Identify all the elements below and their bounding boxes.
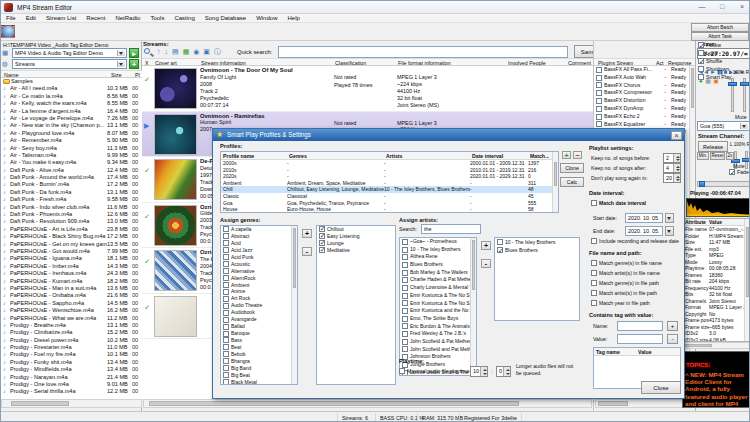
abort-batch-button[interactable]: Abort Batch [691,23,749,32]
include-dates-checkbox[interactable]: Include recording and release date [591,238,679,244]
file-row[interactable]: ♪ PaPERHOUsE - Wenischtoe.m4a 16.2 MB 00 [1,307,142,314]
file-row[interactable]: ♪ Daft Punk - Around the world.m4a 17.4 … [1,174,142,181]
artist-checkbox[interactable] [497,239,503,245]
quick-search-input[interactable] [278,46,568,58]
column-date-interval[interactable]: Date interval [472,152,503,160]
genre-checkbox[interactable] [223,240,229,246]
fnp-checkbox[interactable]: Match year in file path [591,298,681,308]
artists-vscrollbar[interactable] [470,238,476,375]
chevron-down-icon[interactable] [740,123,748,129]
genre-item[interactable]: Audio Theatre [221,302,297,309]
artist-item[interactable]: Emir Kusturica and the No Sm... [400,307,476,315]
file-row[interactable]: ♪ Daft Punk - Revolution 909.m4a 13.0 MB… [1,218,142,225]
file-row[interactable]: ♪ Daft Punk - Phoenix.m4a 12.6 MB 00 [1,211,142,218]
mixer-checkbox[interactable]: Shuffle [698,57,728,65]
artist-item[interactable]: Emir Kusturica & The No Smok... [400,300,476,308]
file-row[interactable]: ♪ Daft Punk - Alive.m4a 12.4 MB 00 [1,167,142,174]
dialog-close-button[interactable]: × [671,131,682,140]
file-row[interactable]: ♪ PaPERHOUsE - Onibaba.m4a 21.6 MB 00 [1,292,142,299]
menu-item[interactable]: NetRadio [110,14,145,23]
fnp-checkbox[interactable]: Match artist(s) in file name [591,268,681,278]
remove-tag-button[interactable]: - [667,334,678,344]
genre-item[interactable]: Beat [221,344,297,351]
plugin-checkbox[interactable] [596,82,602,88]
setting-spinner[interactable]: 4 [663,163,681,173]
artist-checkbox[interactable] [402,285,408,291]
playtime-minutes-spinner[interactable]: 10 [470,366,488,377]
add-genre-button[interactable]: + [302,229,312,238]
chevron-down-icon[interactable] [117,50,125,56]
remove-genre-button[interactable]: - [302,247,312,256]
fade-checkbox[interactable]: Fade [729,168,749,176]
genre-item[interactable]: Art Rock [221,295,297,302]
file-row[interactable]: ♪ Air - All I need.m4a 10.3 MB 00 [1,85,142,92]
plugin-row[interactable]: BassFX Echo 2 - Ready [594,113,696,121]
menu-item[interactable]: Help [282,14,304,23]
column-profile-name[interactable]: Profile name [223,152,254,160]
genre-checkbox[interactable] [319,240,325,246]
genre-checkbox[interactable] [223,317,229,323]
selected-genre-item[interactable]: Meditative [317,247,395,254]
profile-row[interactable]: 2010s - - 2010.01.01 - 2019.12.31 216 [221,167,558,174]
selected-artist-item[interactable]: 10 - The Isley Brothers [495,238,579,246]
genre-item[interactable]: Anime [221,288,297,295]
file-row[interactable]: ♪ PaPERHOUsE - Got would.m4a 7.99 MB 00 [1,248,142,255]
plugin-checkbox[interactable] [596,67,602,73]
file-row[interactable]: ♪ Air - Talisman.m4a 9.99 MB 00 [1,152,142,159]
genre-checkbox[interactable] [223,351,229,357]
abort-task-button[interactable]: Abort Task [691,32,749,41]
start-date-input[interactable]: 2020. 10. 05. [625,213,663,223]
menu-item[interactable]: Stream List [41,14,81,23]
monitor-icon[interactable]: ◉ [191,48,201,55]
mixer-checkbox[interactable]: Follow [698,41,728,49]
file-row[interactable]: ♪ Prodigy - Mindfields.m4a 13.4 MB 00 [1,366,142,373]
selected-genre-item[interactable]: Easy Listening [317,233,395,240]
genre-checkbox[interactable] [223,331,229,337]
playtime-seconds-spinner[interactable]: 0 [496,366,511,377]
plugin-row[interactable]: BassFX Distortion - Ready [594,97,696,105]
genre-item[interactable]: Abstract [221,233,297,240]
setting-spinner[interactable]: 2 [663,153,681,163]
minimize-button[interactable]: — [693,1,711,13]
genre-checkbox[interactable] [223,324,229,330]
close-button[interactable]: × [733,1,750,13]
plugin-checkbox[interactable] [596,75,602,81]
genre-checkbox[interactable] [223,233,229,239]
genre-item[interactable]: Acid Punk [221,254,297,261]
genre-item[interactable]: Acoustic [221,261,297,268]
genre-item[interactable]: Alternative [221,268,297,275]
max-playtime-checkbox[interactable]: Maximal audio file playtime: [399,368,471,374]
genre-checkbox[interactable] [223,247,229,253]
column-genres[interactable]: Genres [289,152,307,160]
file-row[interactable]: ♪ Air - La femme d'argent.m4a 16.4 MB 00 [1,108,142,115]
file-row[interactable]: ♪ Daft Punk - Burnin'.m4a 17.2 MB 00 [1,181,142,188]
file-row[interactable]: ♪ Air - Kelly, watch the stars.m4a 8.55 … [1,100,142,107]
move-up-icon[interactable]: ↑ [155,48,163,55]
artist-checkbox[interactable] [402,308,408,314]
smartplay-profile-combo[interactable]: Goa (555) [697,121,750,131]
file-row[interactable]: ♪ PaPERHOUsE - Kumari.m4a 18.2 MB 00 [1,278,142,285]
plugin-row[interactable]: BassFX All Pass Fi... - Ready [594,66,696,74]
plugins-hscrollbar[interactable] [595,399,695,408]
menu-item[interactable]: Edit [21,14,41,23]
release-button[interactable]: Release [698,141,728,152]
plugin-checkbox[interactable] [596,121,602,127]
column-tag-value[interactable]: Value [638,348,652,355]
file-row[interactable]: ♪ Daft Punk - Indo silver club.m4a 11.6 … [1,204,142,211]
artist-checkbox[interactable] [402,316,408,322]
genre-item[interactable]: Big Band [221,365,297,372]
profile-row[interactable]: 2020s - - 2020.01.01 - 2029.12.31 0 [221,173,558,180]
end-date-dropdown[interactable] [665,226,674,236]
panel-icon[interactable]: ▣ [201,48,212,55]
genre-checkbox[interactable] [223,226,229,232]
file-row[interactable]: ♪ Daft Punk - Fresh.m4a 9.58 MB 00 [1,196,142,203]
file-row[interactable]: ♪ Prodigy - Firestarter.m4a 11.0 MB 00 [1,344,142,351]
remove-artist-button[interactable]: - [481,259,491,268]
artist-item[interactable]: John Scofield & Pat Metheny [400,338,476,346]
genre-item[interactable]: Audiobook [221,309,297,316]
dialog-close-action-button[interactable]: Close [641,381,681,394]
mixer-checkbox[interactable]: Smart Play [698,73,728,81]
chevron-down-icon[interactable] [117,61,125,67]
artist-item[interactable]: Charlie Haden & Pat Metheny [400,276,476,284]
genre-checkbox[interactable] [223,344,229,350]
